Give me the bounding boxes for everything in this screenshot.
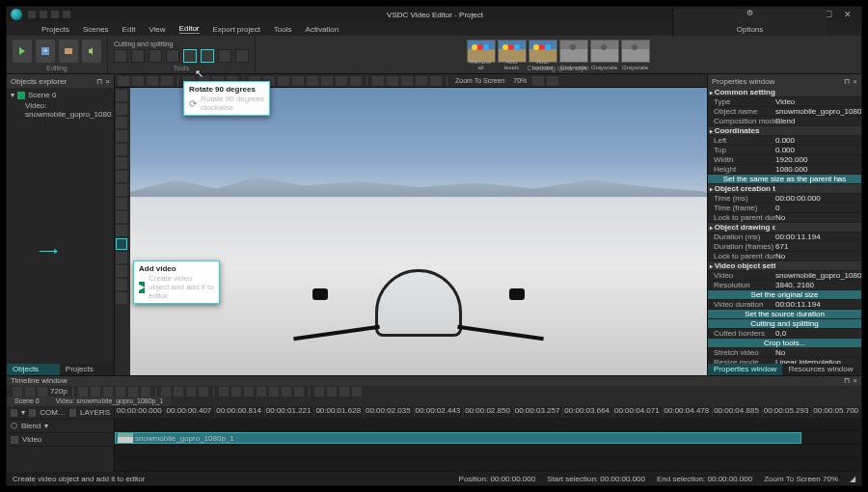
tab-objects-explorer[interactable]: Objects explorer <box>7 364 60 375</box>
close-button[interactable]: ✕ <box>838 10 857 19</box>
ts-btn[interactable] <box>547 76 558 86</box>
menu-export[interactable]: Export project <box>213 25 260 34</box>
tl-btn[interactable] <box>231 387 241 396</box>
tl-btn[interactable] <box>25 387 35 396</box>
pin-icon[interactable]: ⊓ <box>844 376 850 385</box>
options-label[interactable]: Options <box>737 25 764 34</box>
qat-btn[interactable] <box>28 11 36 18</box>
tl-btn[interactable] <box>199 387 208 396</box>
sidetool[interactable] <box>116 103 127 115</box>
tl-btn[interactable] <box>244 387 254 396</box>
pin-icon[interactable]: ⊓ <box>96 77 102 86</box>
tl-btn[interactable] <box>294 387 304 396</box>
prop-row[interactable]: Stretch videoNo <box>708 348 861 358</box>
tl-btn[interactable] <box>161 387 171 396</box>
tl-blend-row[interactable]: ⬡Blend▾ <box>7 420 114 433</box>
prop-row[interactable]: Time (ms)00:00:00.000 <box>708 194 861 204</box>
sidetool[interactable] <box>116 211 127 223</box>
tl-video-track-row[interactable]: Video <box>7 433 114 447</box>
ts-btn[interactable] <box>307 76 318 86</box>
prop-row[interactable]: Time (frame)0 <box>708 204 861 213</box>
preview-canvas[interactable] <box>130 88 707 375</box>
tl-tab-scene[interactable]: Scene 0 <box>7 396 47 406</box>
video-effects-button[interactable] <box>59 40 78 63</box>
tl-btn[interactable] <box>352 387 362 396</box>
tl-btn[interactable] <box>339 387 349 396</box>
prop-row[interactable]: Left0.000 <box>708 136 861 146</box>
prop-row[interactable]: Object creation time <box>708 184 861 194</box>
sidetool[interactable] <box>116 198 127 209</box>
prop-row[interactable]: Set the same size as the parent has <box>708 175 861 184</box>
ts-btn[interactable] <box>147 76 158 86</box>
sidetool[interactable] <box>116 157 127 169</box>
audio-effects-button[interactable] <box>82 40 101 63</box>
tl-btn[interactable] <box>78 387 88 396</box>
style-grayscale[interactable]: Grayscale <box>621 40 650 63</box>
timeline-tracks[interactable]: 00:00:00.00000:00:00.40700:00:00.81400:0… <box>115 406 861 472</box>
sidetool[interactable] <box>116 117 127 128</box>
prop-row[interactable]: Cutting and splitting <box>708 319 861 329</box>
ts-btn[interactable] <box>401 76 413 86</box>
prop-row[interactable]: Video object settings <box>708 261 861 271</box>
tl-btn[interactable] <box>327 387 337 396</box>
prop-row[interactable]: Height1080.000 <box>708 165 861 175</box>
menu-tools[interactable]: Tools <box>274 25 292 34</box>
tab-projects-explorer[interactable]: Projects explorer <box>60 364 114 375</box>
tool-btn[interactable] <box>235 49 249 63</box>
timeline-ruler[interactable]: 00:00:00.00000:00:00.40700:00:00.81400:0… <box>115 406 861 418</box>
prop-row[interactable]: Top0.000 <box>708 146 861 155</box>
prop-row[interactable]: Width1920.000 <box>708 155 861 165</box>
tl-btn[interactable] <box>38 387 47 396</box>
prop-row[interactable]: Lock to parent durationNo <box>708 213 861 223</box>
tl-btn[interactable] <box>116 387 125 396</box>
ts-btn[interactable] <box>336 76 347 86</box>
ts-btn[interactable] <box>372 76 384 86</box>
close-icon[interactable]: × <box>853 77 857 86</box>
tl-btn[interactable] <box>269 387 279 396</box>
prop-row[interactable]: Cutted borders0,0 <box>708 329 861 339</box>
track[interactable] <box>115 418 861 431</box>
properties-list[interactable]: Common settingsTypeVideoObject namesnowm… <box>708 88 861 364</box>
tl-btn[interactable] <box>282 387 291 396</box>
prop-row[interactable]: Composition modeBlend <box>708 117 861 126</box>
pin-icon[interactable]: ⊓ <box>844 77 850 86</box>
add-video-tool[interactable] <box>116 238 127 250</box>
tl-btn[interactable] <box>103 387 113 396</box>
menu-scenes[interactable]: Scenes <box>83 25 109 34</box>
ts-btn[interactable] <box>118 76 129 86</box>
prop-row[interactable]: Video duration00:00:11.194 <box>708 300 861 310</box>
ts-btn[interactable] <box>321 76 333 86</box>
tl-btn[interactable] <box>314 387 324 396</box>
ts-btn[interactable] <box>350 76 362 86</box>
ts-btn[interactable] <box>278 76 289 86</box>
sidetool[interactable] <box>116 252 127 263</box>
tab-resources[interactable]: Resources window <box>782 364 858 375</box>
menu-edit[interactable]: Edit <box>122 25 136 34</box>
ts-btn[interactable] <box>161 76 173 86</box>
close-icon[interactable]: × <box>853 376 857 385</box>
tl-btn[interactable] <box>257 387 266 396</box>
gear-icon[interactable]: ⚙ <box>746 9 753 17</box>
style-grayscale[interactable]: Grayscale <box>590 40 619 63</box>
tree-video[interactable]: Video: snowmobile_gopro_1080 <box>11 100 110 120</box>
menu-view[interactable]: View <box>149 25 165 34</box>
ts-btn[interactable] <box>132 76 144 86</box>
sidetool[interactable] <box>116 90 127 101</box>
tool-btn[interactable] <box>131 49 145 63</box>
prop-row[interactable]: TypeVideo <box>708 97 861 107</box>
ts-btn[interactable] <box>292 76 304 86</box>
tool-btn[interactable] <box>166 49 179 63</box>
tl-layers-row[interactable]: ▾ COM… LAYERS <box>7 406 114 420</box>
ts-btn[interactable] <box>387 76 398 86</box>
tl-btn[interactable] <box>186 387 196 396</box>
ts-btn[interactable] <box>532 76 544 86</box>
prop-row[interactable]: Crop tools... <box>708 339 861 348</box>
rotate-neg90-button[interactable] <box>201 49 214 63</box>
style-grayscale[interactable]: Grayscale <box>559 40 588 63</box>
play-button[interactable] <box>219 387 229 396</box>
run-wizard-button[interactable] <box>13 40 32 63</box>
sidetool[interactable] <box>116 184 127 196</box>
zoom-value[interactable]: 70% <box>513 77 527 84</box>
tl-tab-video[interactable]: Video: snowmobile_gopro_1080p_1 <box>48 396 172 406</box>
prop-row[interactable]: Coordinates <box>708 126 861 136</box>
